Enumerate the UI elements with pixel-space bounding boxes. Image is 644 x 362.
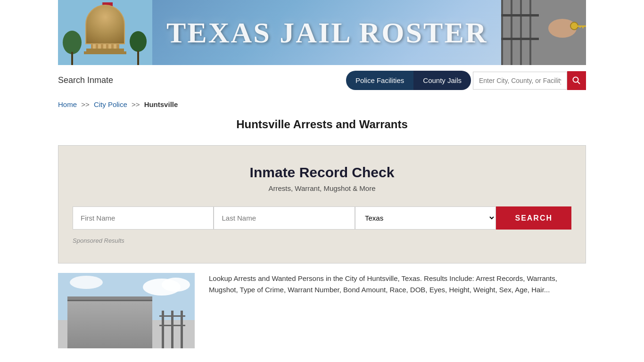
svg-rect-37 (93, 306, 105, 315)
svg-rect-41 (93, 320, 105, 329)
svg-rect-23 (501, 14, 539, 16)
facility-search-input[interactable] (473, 72, 567, 90)
county-jails-button[interactable]: County Jails (413, 71, 471, 90)
svg-rect-34 (67, 296, 152, 348)
svg-rect-51 (159, 325, 185, 326)
svg-rect-42 (112, 320, 124, 329)
svg-rect-39 (131, 306, 143, 315)
first-name-input[interactable] (73, 206, 214, 230)
svg-rect-16 (102, 2, 108, 6)
banner-title: Texas Jail Roster (152, 16, 501, 49)
breadcrumb-sep2: >> (132, 100, 140, 108)
svg-point-45 (162, 278, 190, 292)
breadcrumb-current: Huntsville (144, 100, 178, 108)
sponsored-results-label: Sponsored Results (73, 237, 571, 244)
search-form: AlabamaAlaskaArizonaArkansasCaliforniaCo… (73, 206, 571, 230)
svg-rect-22 (529, 0, 531, 65)
building-image (58, 273, 195, 348)
search-icon (572, 76, 581, 85)
svg-point-30 (573, 77, 578, 82)
svg-rect-50 (159, 315, 185, 317)
nav-right: Police Facilities County Jails (346, 71, 586, 90)
svg-rect-19 (501, 0, 503, 65)
svg-rect-24 (501, 38, 539, 40)
svg-rect-15 (137, 51, 139, 65)
svg-rect-7 (114, 31, 116, 49)
svg-line-31 (578, 82, 580, 84)
svg-rect-33 (58, 320, 195, 348)
svg-rect-10 (86, 49, 124, 51)
banner-left-image (58, 0, 152, 65)
facility-search-button[interactable] (567, 71, 586, 90)
svg-point-46 (70, 276, 103, 289)
svg-rect-6 (108, 31, 111, 49)
svg-rect-40 (74, 320, 86, 329)
bottom-section: Lookup Arrests and Wanted Persons in the… (58, 273, 586, 358)
record-check-subtitle: Arrests, Warrant, Mugshot & More (73, 184, 571, 192)
breadcrumb: Home >> City Police >> Huntsville (58, 100, 586, 108)
breadcrumb-sep1: >> (81, 100, 90, 108)
svg-rect-38 (112, 306, 124, 315)
breadcrumb-city-police[interactable]: City Police (94, 100, 127, 108)
svg-rect-29 (579, 25, 581, 28)
svg-point-12 (63, 31, 82, 54)
svg-rect-5 (103, 31, 106, 49)
svg-rect-35 (67, 296, 152, 301)
svg-rect-4 (98, 31, 101, 49)
svg-rect-11 (84, 51, 126, 54)
search-inmate-label: Search Inmate (58, 75, 113, 85)
record-check-title: Inmate Record Check (73, 165, 571, 181)
last-name-input[interactable] (214, 206, 355, 230)
svg-rect-28 (582, 25, 584, 28)
record-check-box: Inmate Record Check Arrests, Warrant, Mu… (58, 145, 586, 263)
svg-rect-14 (71, 52, 73, 65)
svg-rect-3 (93, 31, 96, 49)
state-select[interactable]: AlabamaAlaskaArizonaArkansasCaliforniaCo… (355, 206, 496, 230)
svg-rect-36 (74, 306, 86, 315)
bottom-description: Lookup Arrests and Wanted Persons in the… (209, 273, 586, 296)
page-title: Huntsville Arrests and Warrants (0, 118, 644, 131)
navbar: Search Inmate Police Facilities County J… (58, 65, 586, 96)
svg-point-1 (89, 13, 122, 39)
building-svg (58, 273, 195, 348)
banner-right-image (501, 0, 586, 65)
breadcrumb-home[interactable]: Home (58, 100, 77, 108)
svg-rect-21 (520, 0, 522, 65)
police-facilities-button[interactable]: Police Facilities (346, 71, 413, 90)
record-search-button[interactable]: SEARCH (496, 206, 571, 230)
facility-search-wrap (473, 71, 586, 90)
svg-rect-43 (131, 320, 143, 329)
header-banner: Texas Jail Roster (58, 0, 586, 65)
svg-rect-27 (577, 25, 586, 27)
svg-point-13 (130, 31, 147, 52)
svg-rect-20 (511, 0, 512, 65)
